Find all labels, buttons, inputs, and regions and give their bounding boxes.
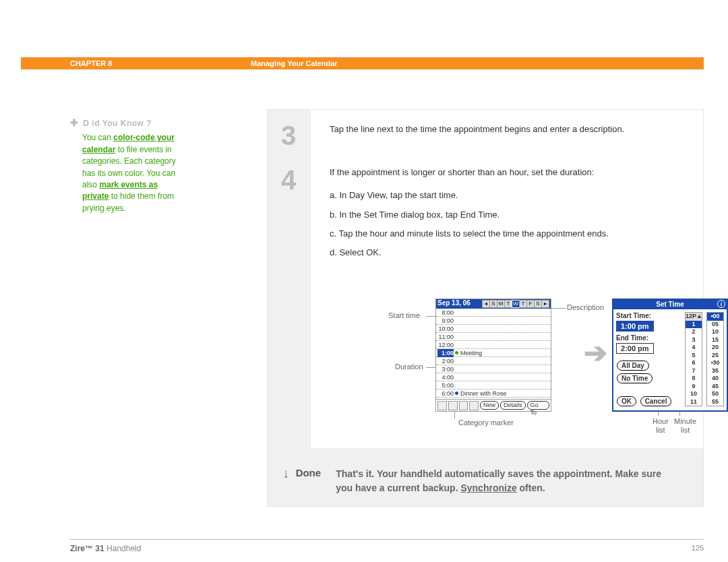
end-time-value[interactable]: 2:00 pm [616, 343, 654, 354]
sidebar-headline: D id You Know ? [83, 119, 152, 128]
time-slot[interactable]: 2:00 [436, 357, 551, 365]
day-picker: ◂ S M T W T F S ▸ [483, 300, 549, 308]
step-number-3: 3 [268, 122, 309, 149]
did-you-know-sidebar: ✚ D id You Know ? You can color-code you… [70, 116, 178, 214]
all-day-button[interactable]: All Day [617, 361, 649, 371]
arrow-down-icon: ↓ [282, 466, 289, 481]
arrow-right-icon: ➔ [584, 336, 607, 369]
day-view-screenshot: Sep 13, 06 ◂ S M T W T F S ▸ 8:009:0010:… [435, 299, 551, 412]
time-slot[interactable]: 10:00 [436, 325, 551, 333]
page-number: 125 [692, 544, 704, 552]
day-view-date: Sep 13, 06 [437, 299, 471, 307]
view-icon-4[interactable] [469, 401, 479, 410]
step-content: Tap the line next to the time the appoin… [311, 110, 703, 448]
new-button[interactable]: New [480, 401, 499, 410]
details-button[interactable]: Details [500, 401, 526, 410]
substep-a: a. In Day View, tap the start time. [330, 189, 683, 201]
no-time-button[interactable]: No Time [617, 373, 653, 383]
time-slot[interactable]: 1:00Meeting [436, 349, 551, 357]
label-description: Description [567, 303, 604, 311]
view-icon-3[interactable] [459, 401, 468, 410]
next-day-icon[interactable]: ▸ [541, 300, 549, 308]
done-label: Done [296, 467, 334, 478]
day-view-titlebar: Sep 13, 06 ◂ S M T W T F S ▸ [436, 299, 551, 309]
day-view-toolbar: New Details Go To [436, 399, 551, 411]
time-slot[interactable]: 11:00 [436, 333, 551, 341]
time-slot[interactable]: 9:00 [436, 317, 551, 325]
view-icon-1[interactable] [437, 401, 447, 410]
substep-b: b. In the Set Time dialog box, tap End T… [330, 209, 683, 221]
info-icon[interactable]: i [717, 300, 725, 308]
done-bar: ↓ Done That's it. Your handheld automati… [268, 458, 703, 506]
synchronize-link[interactable]: Synchronize [460, 482, 516, 493]
done-text: That's it. Your handheld automatically s… [336, 467, 673, 495]
step3-text: Tap the line next to the time the appoin… [330, 123, 683, 135]
time-slot[interactable]: 12:00 [436, 341, 551, 349]
label-category: Category marker [458, 418, 514, 427]
label-duration: Duration [395, 363, 423, 371]
illustration-area: Start time Duration Description Category… [388, 299, 698, 447]
chapter-title: Managing Your Calendar [251, 57, 338, 69]
time-slot[interactable]: 5:00 [436, 381, 551, 389]
hour-list[interactable]: 12P▲1234567891011 [685, 312, 702, 406]
step-numbers: 3 4 [268, 110, 309, 193]
page-footer: Zire™ 31 Handheld 125 [70, 539, 704, 553]
goto-button[interactable]: Go To [527, 401, 549, 410]
set-time-titlebar: Set Time i [613, 300, 727, 309]
cancel-button[interactable]: Cancel [640, 396, 672, 406]
substep-d: d. Select OK. [330, 247, 683, 259]
time-slots: 8:009:0010:0011:0012:001:00Meeting2:003:… [436, 309, 551, 406]
step-number-4: 4 [268, 166, 309, 193]
chapter-label: CHAPTER 8 [70, 57, 112, 69]
time-slot[interactable]: 6:00Dinner with Rose [436, 389, 551, 398]
callout-line [454, 412, 455, 418]
time-slot[interactable]: 3:00 [436, 365, 551, 373]
main-content-box: 3 4 Tap the line next to the time the ap… [267, 109, 704, 507]
time-slot[interactable]: 4:00 [436, 373, 551, 381]
set-time-body: Start Time: 1:00 pm End Time: 2:00 pm Al… [613, 309, 727, 410]
minute-list[interactable]: ▪000510152025▪303540455055 [706, 312, 724, 406]
start-time-value[interactable]: 1:00 pm [616, 321, 654, 332]
view-icon-2[interactable] [448, 401, 458, 410]
product-name: Zire™ 31 Handheld [70, 544, 141, 553]
plus-icon: ✚ [70, 117, 78, 128]
set-time-screenshot: Set Time i Start Time: 1:00 pm End Time:… [612, 299, 728, 412]
sidebar-body: You can color-code your calendar to file… [82, 132, 178, 214]
label-start-time: Start time [388, 311, 420, 319]
step4-intro: If the appointment is longer or shorter … [330, 166, 683, 179]
time-slot[interactable]: 8:00 [436, 309, 551, 317]
step4-substeps: a. In Day View, tap the start time. b. I… [330, 189, 683, 259]
label-hour-list: Hour list [653, 417, 669, 435]
substep-c: c. Tap the hour and minute lists to sele… [330, 228, 683, 240]
ok-button[interactable]: OK [617, 396, 636, 406]
header-bar: CHAPTER 8 Managing Your Calendar [21, 57, 704, 69]
label-minute-list: Minute list [674, 417, 696, 435]
